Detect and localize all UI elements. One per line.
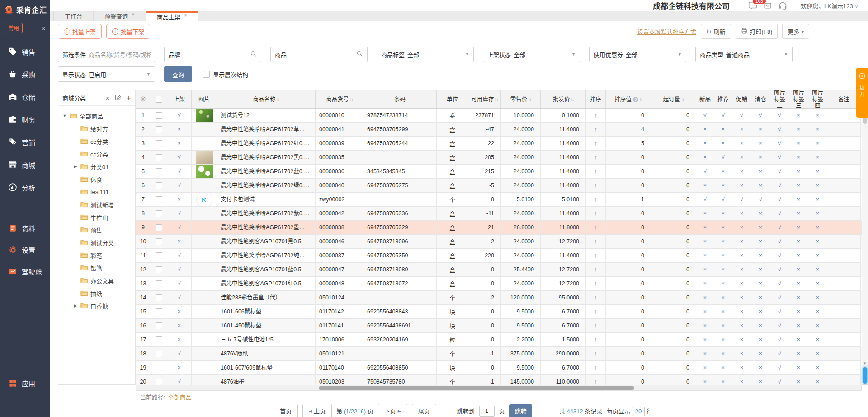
row-checkbox[interactable] (156, 168, 162, 175)
table-row[interactable]: 8√晨光中性笔笑哈哈AGP61702紫0.…000000426947503705… (136, 207, 862, 221)
tree-item[interactable]: 给对方 (58, 122, 135, 135)
default-sort-link[interactable]: 设置商城默认排序方式 (637, 27, 696, 36)
row-checkbox[interactable] (156, 182, 162, 189)
cell-check[interactable] (151, 221, 167, 235)
row-checkbox[interactable] (156, 210, 162, 217)
cell-check[interactable] (151, 249, 167, 263)
keyword-input[interactable]: 筛选条件 商品名称/货号/条码/规格/ (58, 47, 155, 62)
close-icon[interactable]: × (106, 95, 109, 102)
cell-check[interactable] (151, 137, 167, 151)
collapse-sidebar-icon[interactable]: « (42, 24, 45, 32)
tree-item[interactable]: 测试分类 (58, 236, 135, 249)
sidebar-item-mall[interactable]: 商城 (0, 153, 50, 176)
table-row[interactable]: 18√4876V版纸05010121个-1375.0000290.0000↑00… (136, 347, 862, 361)
tree-item[interactable]: ▶分类01 (58, 160, 135, 173)
row-checkbox[interactable] (156, 308, 162, 315)
row-checkbox[interactable] (156, 126, 162, 133)
table-row[interactable]: 4√晨光中性笔笑哈哈AGP61702黑0.…00000035盒20524.000… (136, 151, 862, 165)
product-type-select[interactable]: 商品类型普通商品▼ (695, 47, 793, 62)
table-row[interactable]: 20√4876油墨05010203750845735780个-1145.0000… (136, 375, 862, 385)
column-header-sku[interactable]: 商品货号↑↓ (316, 90, 363, 108)
sidebar-item-settings[interactable]: 设置 (0, 239, 50, 261)
user-menu[interactable]: 欢迎您，LK演示123∨ (801, 1, 858, 10)
column-header-min-order[interactable]: 起订量↑↓ (651, 90, 696, 108)
row-checkbox[interactable] (156, 280, 162, 287)
row-checkbox[interactable] (156, 336, 162, 343)
tree-item[interactable]: ▶口香糖 (58, 299, 135, 312)
tree-item[interactable]: 彩笔 (58, 249, 135, 261)
display-status-select[interactable]: 显示状态 已启用 ▼ (58, 66, 155, 82)
help-icon[interactable]: ? (633, 97, 638, 102)
tab-workbench[interactable]: 工作台 (53, 11, 94, 21)
cell-check[interactable] (151, 179, 167, 193)
row-checkbox[interactable] (156, 365, 162, 371)
row-checkbox[interactable] (156, 140, 162, 147)
column-header-wholesale[interactable]: 批发价↑↓ (541, 90, 586, 108)
product-input[interactable]: 商品 (270, 47, 368, 62)
cell-check[interactable] (151, 333, 167, 347)
jump-page-input[interactable] (479, 406, 495, 417)
sort-icon[interactable]: ↑↓ (350, 96, 353, 103)
column-header-retail[interactable]: 零售价↑↓ (501, 90, 541, 108)
cell-check[interactable] (151, 319, 167, 333)
cell-check[interactable] (151, 151, 167, 165)
sidebar-item-warehouse[interactable]: 仓储 (0, 85, 50, 108)
sort-icon[interactable]: ↑↓ (528, 96, 531, 103)
row-checkbox[interactable] (156, 351, 162, 357)
brand-input[interactable]: 品牌 (164, 47, 261, 62)
jump-button[interactable]: 跳转 (509, 404, 532, 417)
row-checkbox[interactable] (156, 379, 162, 385)
row-checkbox[interactable] (156, 112, 162, 119)
hierarchy-checkbox[interactable] (203, 71, 210, 78)
row-checkbox[interactable] (156, 252, 162, 259)
product-tag-select[interactable]: 商品标签全部▼ (377, 47, 474, 62)
per-page-input[interactable]: 20 (632, 407, 645, 416)
sidebar-item-marketing[interactable]: 营销 (0, 131, 50, 153)
select-all-checkbox[interactable] (156, 96, 162, 103)
batch-off-shelf-button[interactable]: ↓批量下架 (106, 24, 150, 39)
batch-on-shelf-button[interactable]: ↑批量上架 (58, 24, 102, 39)
tree-item[interactable]: 铅笔 (58, 261, 135, 274)
expand-panel-button[interactable]: 展开 (856, 68, 868, 118)
table-row[interactable]: 15×1601-606鼠标垫011701426920556408843块09.5… (136, 305, 862, 319)
tree-item[interactable]: test111 (58, 185, 135, 198)
tree-item[interactable]: 牛栏山 (58, 211, 135, 223)
table-row[interactable]: 2×晨光中性笔笑哈哈AGP61702草…00000041694750370529… (136, 123, 862, 137)
sidebar-item-sales[interactable]: 销售 (0, 40, 50, 63)
sidebar-item-data[interactable]: 资料 (0, 217, 50, 239)
shelf-status-select[interactable]: 上架状态全部▼ (483, 47, 580, 62)
favorites-button[interactable]: 常用 (5, 23, 23, 33)
query-button[interactable]: 查询 (164, 66, 192, 82)
table-row[interactable]: 3×晨光中性笔笑哈哈AGP61702红0.…000000396947503705… (136, 137, 862, 151)
print-button[interactable]: 打印(F8) (736, 24, 778, 39)
table-row[interactable]: 12√晨光中性笔别客AGP10701蓝0.5000000476947503713… (136, 263, 862, 277)
sidebar-item-purchase[interactable]: 采购 (0, 63, 50, 85)
vertical-scrollbar[interactable]: ▲ ▼ (862, 90, 868, 385)
tab-warning-query[interactable]: 预警查询× (94, 11, 146, 21)
table-row[interactable]: 13√晨光中性笔别客AGP10701红0.5000000486947503713… (136, 277, 862, 291)
next-page-button[interactable]: 下页▶ (378, 404, 407, 417)
tree-item[interactable]: 抽纸 (58, 287, 135, 299)
tree-item[interactable]: 休食 (58, 173, 135, 185)
row-checkbox[interactable] (156, 294, 162, 301)
refresh-button[interactable]: ↻刷新 (701, 24, 731, 39)
close-icon[interactable]: × (184, 12, 187, 19)
sort-icon[interactable]: ↑↓ (277, 96, 279, 103)
row-checkbox[interactable] (156, 224, 162, 231)
tree-item[interactable]: 测试新增 (58, 198, 135, 211)
cell-check[interactable] (151, 347, 167, 361)
horizontal-scroll-thumb[interactable] (319, 386, 634, 390)
add-icon[interactable]: + (127, 94, 131, 103)
sort-icon[interactable]: ↑↓ (495, 96, 498, 103)
cell-check[interactable] (151, 207, 167, 221)
cell-check[interactable] (151, 109, 167, 123)
sort-icon[interactable]: ↑↓ (639, 96, 642, 103)
sort-icon[interactable]: ↑↓ (681, 96, 684, 103)
close-icon[interactable]: × (132, 11, 135, 18)
table-row[interactable]: 19×1601-607/609鼠标垫011701406920556408850块… (136, 361, 862, 375)
prev-page-button[interactable]: ◀上页 (302, 404, 332, 417)
tree-item[interactable]: cc分类 (58, 147, 135, 160)
tab-product-listing[interactable]: 商品上架× (146, 11, 198, 21)
table-row[interactable]: 16×1601-450鼠标垫0117014169205564498691块09.… (136, 319, 862, 333)
cell-check[interactable] (151, 375, 167, 385)
